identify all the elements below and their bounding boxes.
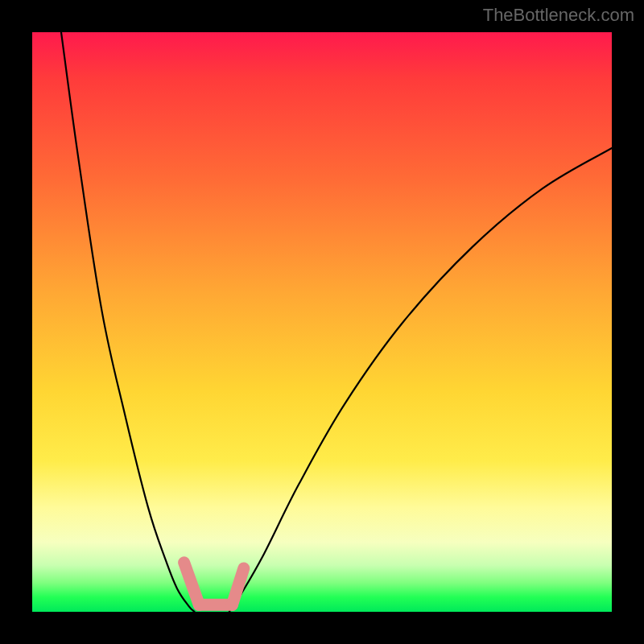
highlight-segment (184, 563, 200, 605)
curve-group (61, 32, 612, 612)
plot-area (32, 32, 612, 612)
curve-right (229, 148, 612, 612)
attribution-text: TheBottleneck.com (483, 5, 634, 26)
curve-left (61, 32, 195, 612)
bottom-v-marker (184, 563, 244, 605)
curve-layer (32, 32, 612, 612)
chart-container: TheBottleneck.com (0, 0, 644, 644)
highlight-segment (232, 568, 243, 605)
